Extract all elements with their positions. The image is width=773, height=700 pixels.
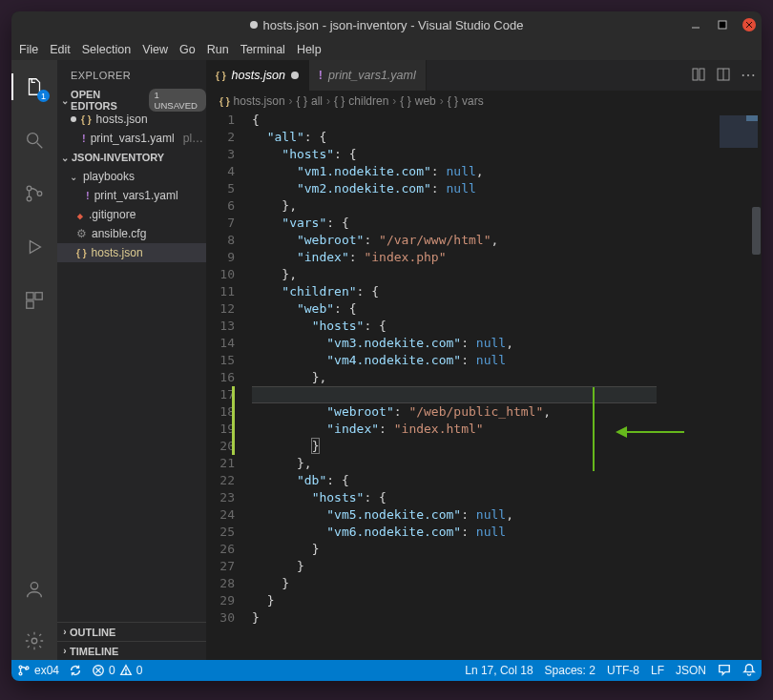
window-controls (689, 11, 756, 38)
activity-scm[interactable] (11, 175, 57, 213)
timeline-header[interactable]: › TIMELINE (57, 641, 206, 660)
status-encoding[interactable]: UTF-8 (607, 664, 639, 677)
menubar: File Edit Selection View Go Run Terminal… (11, 38, 762, 60)
file-hosts-json[interactable]: { } hosts.json (57, 243, 206, 262)
modified-dot-icon[interactable] (291, 72, 299, 79)
chevron-down-icon: ⌄ (69, 172, 78, 182)
line-gutter: 12345 678910 1112131415 1617181920 21222… (206, 112, 252, 660)
activity-search[interactable] (11, 121, 57, 159)
status-eol[interactable]: LF (651, 664, 664, 677)
unsaved-badge: 1 UNSAVED (149, 89, 206, 112)
menu-go[interactable]: Go (179, 43, 196, 56)
menu-run[interactable]: Run (207, 43, 229, 56)
svg-point-19 (19, 666, 22, 669)
file-gitignore[interactable]: ⬥ .gitignore (57, 205, 206, 224)
json-file-icon: { } (216, 71, 226, 81)
modified-dot-icon (250, 21, 258, 29)
status-problems[interactable]: 0 0 (92, 664, 142, 677)
titlebar: hosts.json - json-inventory - Visual Stu… (11, 11, 762, 38)
scrollbar-thumb[interactable] (752, 207, 761, 255)
annotation-arrow-icon (619, 431, 684, 433)
code-content[interactable]: { "all": { "hosts": { "vm1.nodekite.com"… (252, 112, 709, 660)
status-indent[interactable]: Spaces: 2 (545, 664, 595, 677)
gear-icon: ⚙ (76, 227, 87, 240)
explorer-title: EXPLORER (57, 60, 206, 91)
svg-point-20 (19, 672, 22, 675)
activity-run-debug[interactable] (11, 228, 57, 266)
svg-rect-1 (719, 21, 726, 29)
maximize-button[interactable] (716, 18, 729, 31)
svg-point-7 (27, 196, 31, 201)
activity-accounts[interactable] (11, 570, 57, 608)
tab-strip: { } hosts.json ! print_vars1.yaml ⋯ (206, 60, 762, 91)
minimize-button[interactable] (689, 18, 702, 31)
status-language[interactable]: JSON (676, 664, 706, 677)
split-editor-icon[interactable] (716, 67, 731, 85)
activity-settings[interactable] (11, 622, 57, 660)
activity-explorer[interactable]: 1 (11, 68, 57, 106)
json-file-icon: { } (81, 114, 92, 125)
workspace-header[interactable]: ⌄ JSON-INVENTORY (57, 148, 206, 167)
menu-edit[interactable]: Edit (50, 43, 71, 56)
braces-icon: { } (400, 94, 410, 108)
chevron-right-icon: › (60, 646, 70, 656)
workbench-body: 1 EXPLORER ⌄ (11, 60, 762, 660)
svg-rect-15 (693, 69, 698, 80)
svg-rect-10 (27, 293, 33, 299)
tab-print-vars[interactable]: ! print_vars1.yaml (309, 60, 427, 91)
activity-bar: 1 (11, 60, 57, 660)
status-sync[interactable] (69, 664, 82, 677)
status-cursor-position[interactable]: Ln 17, Col 18 (465, 664, 533, 677)
open-editors-header[interactable]: ⌄ OPEN EDITORS 1 UNSAVED (57, 91, 206, 110)
modified-dot-icon (71, 116, 76, 122)
chevron-down-icon: ⌄ (60, 95, 69, 106)
file-ansible-cfg[interactable]: ⚙ ansible.cfg (57, 224, 206, 243)
file-print-vars[interactable]: ! print_vars1.yaml (57, 186, 206, 205)
chevron-right-icon: › (60, 627, 70, 637)
status-bar: ex04 0 0 Ln 17, Col 18 Spaces: 2 UTF-8 L… (11, 660, 762, 681)
yaml-file-icon: ! (319, 69, 323, 82)
outline-header[interactable]: › OUTLINE (57, 622, 206, 641)
menu-help[interactable]: Help (297, 43, 322, 56)
menu-file[interactable]: File (19, 43, 38, 56)
tab-hosts-json[interactable]: { } hosts.json (206, 60, 309, 91)
editor-area: { } hosts.json ! print_vars1.yaml ⋯ { } … (206, 60, 762, 660)
json-file-icon: { } (219, 96, 230, 107)
annotation-line (593, 387, 595, 471)
sidebar-explorer: EXPLORER ⌄ OPEN EDITORS 1 UNSAVED { } ho… (57, 60, 206, 660)
open-editor-print-vars[interactable]: ! print_vars1.yaml pl… (57, 129, 206, 148)
more-actions-icon[interactable]: ⋯ (741, 68, 756, 83)
status-git-branch[interactable]: ex04 (17, 664, 59, 677)
editor-actions: ⋯ (691, 60, 756, 91)
svg-rect-12 (27, 301, 33, 308)
close-button[interactable] (742, 18, 756, 31)
git-file-icon: ⬥ (76, 208, 84, 222)
activity-extensions[interactable] (11, 281, 57, 319)
open-changes-icon[interactable] (691, 67, 706, 85)
status-feedback-icon[interactable] (718, 663, 731, 679)
menu-view[interactable]: View (142, 43, 168, 56)
svg-rect-16 (700, 69, 704, 80)
code-editor[interactable]: 12345 678910 1112131415 1617181920 21222… (206, 112, 762, 660)
chevron-down-icon: ⌄ (60, 153, 70, 163)
open-editor-hosts[interactable]: { } hosts.json (57, 110, 206, 129)
window-title: hosts.json - json-inventory - Visual Stu… (263, 18, 524, 32)
vscode-window: hosts.json - json-inventory - Visual Stu… (11, 11, 762, 681)
braces-icon: { } (448, 94, 458, 108)
breadcrumbs[interactable]: { } hosts.json › { } all › { } children … (206, 91, 762, 112)
status-bell-icon[interactable] (742, 663, 756, 679)
menu-terminal[interactable]: Terminal (240, 43, 285, 56)
braces-icon: { } (334, 94, 345, 108)
svg-marker-9 (30, 241, 40, 254)
svg-point-14 (31, 638, 37, 644)
yaml-file-icon: ! (86, 190, 90, 201)
yaml-file-icon: ! (82, 133, 86, 144)
svg-point-26 (125, 673, 126, 674)
svg-point-13 (31, 583, 37, 589)
menu-selection[interactable]: Selection (82, 43, 131, 56)
svg-point-4 (28, 134, 38, 144)
json-file-icon: { } (76, 248, 87, 258)
svg-point-6 (27, 186, 31, 191)
folder-playbooks[interactable]: ⌄ playbooks (57, 167, 206, 186)
overview-ruler[interactable] (750, 112, 762, 660)
